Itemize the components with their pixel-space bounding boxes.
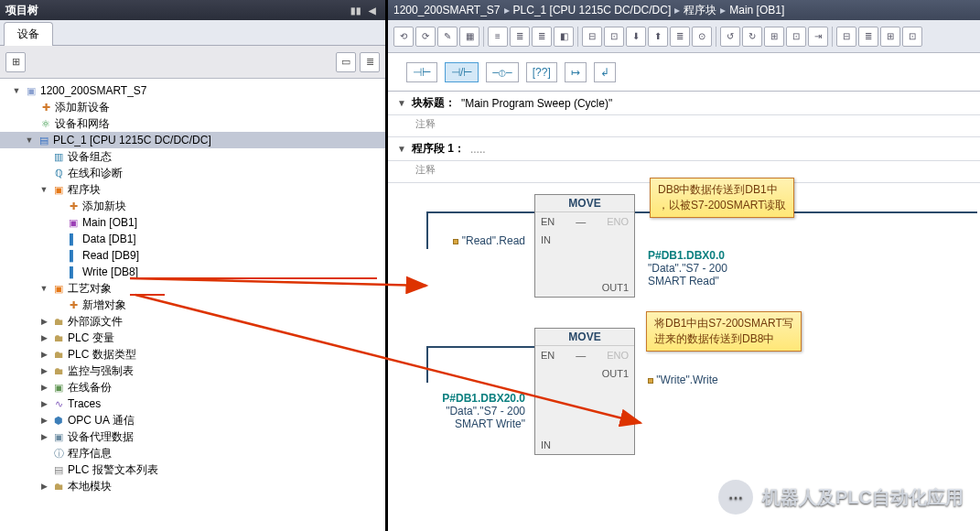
rt-btn[interactable]: ≣: [532, 27, 552, 47]
tree-traces[interactable]: ▶∿Traces: [0, 396, 385, 412]
tree-new-obj[interactable]: ✚新增对象: [0, 297, 385, 313]
block-comment[interactable]: 注释: [388, 115, 980, 137]
tree-prog-info[interactable]: ⓘ程序信息: [0, 445, 385, 461]
left-toolbar: ⊞ ▭ ≣: [0, 46, 385, 79]
crumb-prog[interactable]: 程序块: [684, 3, 716, 18]
rt-btn[interactable]: ⟳: [415, 27, 436, 47]
move1-output[interactable]: P#DB1.DBX0.0 "Data"."S7 - 200 SMART Read…: [648, 249, 758, 287]
rt-btn[interactable]: ⟲: [393, 27, 414, 47]
rt-btn[interactable]: ⊡: [786, 27, 806, 47]
rt-btn[interactable]: ⊡: [902, 27, 922, 47]
tree-main[interactable]: ▣Main [OB1]: [0, 214, 385, 231]
segment-1-header[interactable]: ▼ 程序段 1： .....: [388, 137, 980, 161]
instruction-ruler: ⊣⊢ ⊣/⊢ –⦶– [??] ↦ ↲: [388, 53, 980, 92]
contact-nc-icon[interactable]: ⊣/⊢: [445, 62, 479, 82]
tree-read[interactable]: ▌Read [DB9]: [0, 247, 385, 264]
backup-icon: ▣: [51, 380, 66, 395]
box-icon[interactable]: [??]: [526, 62, 557, 82]
branch-close-icon[interactable]: ↲: [594, 62, 616, 82]
rt-btn[interactable]: ⊙: [692, 27, 712, 47]
rt-btn[interactable]: ⬇: [626, 27, 646, 47]
tree-local[interactable]: ▶🖿本地模块: [0, 478, 385, 494]
tree-btn-1[interactable]: ⊞: [5, 52, 26, 72]
tree-ext-src[interactable]: ▶🖿外部源文件: [0, 313, 385, 330]
rt-btn[interactable]: ≡: [488, 27, 508, 47]
tree-prog[interactable]: ▼▣程序块: [0, 181, 385, 198]
rt-btn[interactable]: ⇥: [808, 27, 828, 47]
network-icon: ⚛: [38, 116, 53, 131]
left-title: 项目树: [5, 3, 38, 18]
tree-btn-2[interactable]: ▭: [336, 52, 356, 72]
folder-icon: 🖿: [51, 479, 66, 493]
rt-btn[interactable]: ⬆: [648, 27, 668, 47]
rt-btn[interactable]: ⊡: [604, 27, 624, 47]
crumb-main[interactable]: Main [OB1]: [729, 4, 784, 16]
rt-btn[interactable]: ✎: [437, 27, 458, 47]
rt-btn[interactable]: ⊟: [836, 27, 856, 47]
rt-btn[interactable]: ≣: [510, 27, 530, 47]
watermark: ⋯ 机器人及PLC自动化应用: [718, 480, 964, 515]
move1-input-label[interactable]: "Read".Read: [434, 234, 525, 247]
tree-watch[interactable]: ▶🖿监控与强制表: [0, 363, 385, 379]
block-header[interactable]: ▼ 块标题： "Main Program Sweep (Cycle)": [388, 92, 980, 115]
tree-data[interactable]: ▌Data [DB1]: [0, 231, 385, 247]
editor-toolbar: ⟲⟳ ✎▦ ≡≣ ≣◧ ⊟⊡ ⬇⬆ ≣⊙ ↺↻ ⊞⊡ ⇥ ⊟≣ ⊞⊡: [388, 20, 980, 53]
rt-btn[interactable]: ⊟: [582, 27, 602, 47]
coil-icon[interactable]: –⦶–: [486, 62, 518, 82]
proxy-icon: ▣: [51, 429, 66, 444]
tree-btn-3[interactable]: ≣: [360, 52, 380, 72]
annotation-1: DB8中数据传送到DB1中 ，以被S7-200SMART读取: [650, 178, 794, 218]
db-icon: ▌: [66, 232, 81, 246]
rt-btn[interactable]: ◧: [554, 27, 574, 47]
contact-no-icon[interactable]: ⊣⊢: [406, 62, 437, 82]
rt-btn[interactable]: ⊞: [764, 27, 784, 47]
chevron-down-icon: ▼: [397, 144, 406, 154]
tree-proxy[interactable]: ▶▣设备代理数据: [0, 428, 385, 445]
tech-icon: ▣: [51, 281, 66, 296]
tree-dev-cfg[interactable]: ▥设备组态: [0, 148, 385, 165]
db-icon: ▌: [66, 248, 81, 263]
move2-input[interactable]: P#DB1.DBX20.0 "Data"."S7 - 200 SMART Wri…: [432, 392, 525, 430]
crumb-plc[interactable]: PLC_1 [CPU 1215C DC/DC/DC]: [513, 4, 672, 16]
rt-btn[interactable]: ↺: [720, 27, 740, 47]
add-obj-icon: ✚: [66, 298, 81, 312]
tree-plcvar[interactable]: ▶🖿PLC 变量: [0, 330, 385, 346]
rt-btn[interactable]: ≣: [670, 27, 690, 47]
tree-add-block[interactable]: ✚添加新块: [0, 198, 385, 214]
tree-dev-net[interactable]: ⚛设备和网络: [0, 115, 385, 132]
tree-tech[interactable]: ▼▣工艺对象: [0, 280, 385, 297]
folder-icon: 🖿: [51, 363, 66, 378]
tab-devices[interactable]: 设备: [4, 22, 53, 46]
tree-add-device[interactable]: ✚添加新设备: [0, 99, 385, 115]
dock-icon[interactable]: ▮▮: [349, 3, 363, 17]
editor-panel: 1200_200SMART_S7▸ PLC_1 [CPU 1215C DC/DC…: [388, 0, 980, 531]
prog-icon: ▣: [51, 182, 66, 197]
tree-diag[interactable]: ℚ在线和诊断: [0, 165, 385, 181]
tree-plc[interactable]: ▼▤PLC_1 [CPU 1215C DC/DC/DC]: [0, 132, 385, 148]
move-instruction-1[interactable]: MOVE EN—ENO IN OUT1: [534, 194, 635, 298]
crumb-project[interactable]: 1200_200SMART_S7: [393, 4, 501, 16]
tree-alarm[interactable]: ▤PLC 报警文本列表: [0, 461, 385, 478]
tree-project[interactable]: ▼▣1200_200SMART_S7: [0, 82, 385, 99]
wechat-icon: ⋯: [718, 480, 753, 515]
tree-write[interactable]: ▌Write [DB8]: [0, 264, 385, 280]
move-instruction-2[interactable]: MOVE EN—ENO OUT1 IN: [534, 328, 635, 455]
info-icon: ⓘ: [51, 446, 66, 461]
power-rail: [426, 346, 428, 383]
move2-output-label[interactable]: "Write".Write: [648, 374, 718, 386]
collapse-icon[interactable]: ◀: [365, 3, 380, 17]
rt-btn[interactable]: ▦: [459, 27, 479, 47]
tree-opc[interactable]: ▶⬢OPC UA 通信: [0, 412, 385, 428]
opc-icon: ⬢: [51, 413, 66, 428]
ob-icon: ▣: [66, 215, 81, 230]
rt-btn[interactable]: ≣: [858, 27, 878, 47]
rt-btn[interactable]: ⊞: [880, 27, 900, 47]
left-titlebar: 项目树 ▮▮ ◀: [0, 0, 385, 20]
tree-plcdtype[interactable]: ▶🖿PLC 数据类型: [0, 346, 385, 363]
branch-open-icon[interactable]: ↦: [565, 62, 587, 82]
alarm-icon: ▤: [51, 462, 66, 477]
code-editor: ⊣⊢ ⊣/⊢ –⦶– [??] ↦ ↲ ▼ 块标题： "Main Program…: [388, 53, 980, 531]
project-tree[interactable]: ▼▣1200_200SMART_S7 ✚添加新设备 ⚛设备和网络 ▼▤PLC_1…: [0, 79, 385, 531]
tree-backup[interactable]: ▶▣在线备份: [0, 379, 385, 396]
rt-btn[interactable]: ↻: [742, 27, 762, 47]
